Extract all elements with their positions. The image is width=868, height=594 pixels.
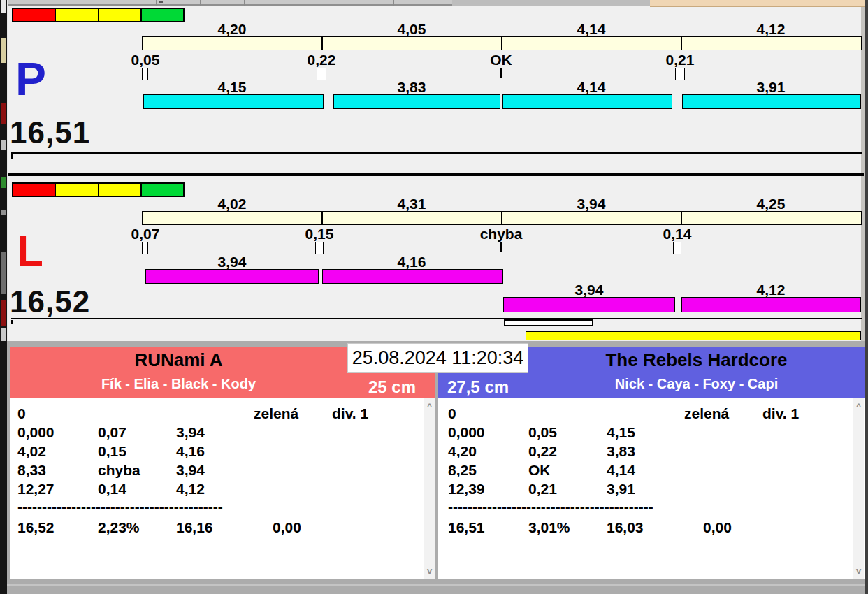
run-cell: 12,39	[448, 481, 485, 496]
total-cell: 0,00	[703, 520, 732, 535]
left-team-results-list[interactable]	[10, 398, 435, 579]
lane-p-dog-value: 3,91	[681, 80, 861, 94]
lane-l-dog-bar	[503, 297, 675, 312]
lane-l-leg-bar	[142, 211, 862, 225]
total-cell: 2,23%	[98, 520, 140, 535]
left-team-jump-height: 25 cm	[318, 379, 416, 396]
lane-p-dog-value: 4,15	[142, 80, 322, 94]
light-red-segment	[13, 9, 55, 21]
lane-p-dog-value: 4,14	[501, 80, 681, 94]
left-team-name: RUNami A	[10, 351, 347, 369]
cross-tick-box	[675, 68, 685, 80]
header-strip-divider	[68, 0, 68, 6]
lane-l-dog-bar	[322, 269, 503, 284]
right-status-division: div. 1	[762, 406, 799, 421]
traffic-light-lane-p	[12, 8, 185, 22]
separator-dashes: ----------------------------------------…	[448, 499, 653, 514]
lane-l-leg-value: 4,31	[321, 196, 502, 211]
run-cell: 8,33	[17, 463, 46, 477]
lane-p-leg-bar	[142, 36, 862, 50]
sliver-fleck	[1, 300, 6, 326]
light-green-segment	[140, 9, 183, 21]
lane-l-dog-value: 3,94	[499, 282, 679, 297]
right-list-scrollbar[interactable]: ^ v	[853, 398, 864, 579]
lane-l-cross-value: 0,15	[284, 226, 354, 241]
scroll-down-icon[interactable]: v	[424, 566, 435, 575]
run-cell: 0,05	[528, 425, 557, 440]
left-team-dogs: Fík - Elia - Black - Kody	[10, 377, 347, 391]
light-yellow2-segment	[98, 9, 140, 21]
lane-p-leg-value: 4,05	[321, 22, 502, 36]
left-list-scrollbar[interactable]: ^ v	[424, 398, 435, 579]
cross-tick-box	[142, 242, 148, 254]
separator-dashes: ----------------------------------------…	[17, 499, 223, 514]
scroll-up-icon[interactable]: ^	[853, 402, 864, 411]
cross-tick-box	[142, 68, 148, 80]
scroll-down-icon[interactable]: v	[853, 566, 864, 575]
baseline-tick	[11, 154, 13, 159]
run-cell: 3,91	[607, 481, 635, 496]
sliver-fleck	[1, 140, 6, 150]
run-cell: 8,25	[448, 463, 477, 477]
scroll-up-icon[interactable]: ^	[424, 402, 435, 411]
left-status-light: zelená	[254, 406, 298, 421]
lane-p-leg-value: 4,12	[681, 22, 861, 36]
lane-p-letter: P	[15, 56, 46, 102]
run-cell: 12,27	[17, 481, 55, 496]
lane-p-cross-value: 0,22	[287, 52, 356, 67]
lane-l-dog-value: 4,12	[681, 282, 861, 297]
lane-p-dog-bar	[502, 94, 672, 109]
run-cell: 0,15	[98, 444, 126, 458]
sliver-fleck	[1, 328, 6, 341]
right-team-results-list[interactable]	[438, 398, 865, 579]
lane-l-dog-bar	[145, 269, 319, 284]
lane-l-leg-value: 4,25	[681, 196, 861, 211]
traffic-light-lane-l	[12, 182, 185, 197]
header-strip-divider	[156, 0, 157, 6]
run-cell: 4,12	[176, 481, 205, 496]
total-cell: 16,16	[176, 520, 213, 535]
sliver-fleck	[1, 38, 6, 63]
lane-l-total-time: 16,52	[10, 287, 90, 317]
lane-p-leg-value: 4,14	[501, 22, 681, 36]
run-cell: 4,20	[448, 444, 477, 458]
left-status-num: 0	[17, 406, 26, 421]
sliver-fleck	[1, 210, 6, 215]
light-green-segment	[140, 184, 183, 196]
leg-bar-divider	[321, 37, 323, 50]
run-cell: OK	[528, 463, 551, 477]
left-status-division: div. 1	[332, 406, 368, 421]
run-cell: 3,94	[176, 463, 205, 477]
lane-p-cross-value: OK	[466, 52, 536, 67]
window-right-edge	[865, 0, 868, 594]
timing-app-window: P 16,51 4,20 4,05 4,14 4,12 0,05 0,22 OK…	[0, 0, 868, 594]
light-red-segment	[13, 184, 55, 196]
baseline-tick	[11, 320, 13, 324]
run-cell: 0,000	[17, 425, 55, 440]
lane-l-dog-value: 4,16	[321, 254, 502, 269]
sliver-fleck	[1, 252, 6, 294]
leg-bar-divider	[681, 37, 682, 50]
total-cell: 16,51	[448, 520, 485, 535]
lane-divider	[8, 173, 864, 176]
right-team-jump-height: 27,5 cm	[447, 379, 509, 396]
lane-p-leg-value: 4,20	[142, 22, 322, 36]
leg-bar-divider	[321, 212, 323, 224]
run-cell: chyba	[98, 463, 140, 477]
total-cell: 3,01%	[528, 520, 570, 535]
lane-l-letter: L	[17, 229, 43, 273]
clipped-header-strip	[8, 0, 650, 6]
right-status-num: 0	[448, 406, 456, 421]
lane-p-baseline	[11, 152, 862, 154]
light-yellow1-segment	[55, 184, 97, 196]
run-cell: 0,14	[98, 481, 126, 496]
lane-p-total-time: 16,51	[10, 117, 90, 148]
lane-l-baseline	[11, 318, 862, 319]
lane-l-leg-value: 3,94	[501, 196, 681, 211]
lane-l-cross-value: 0,07	[110, 226, 180, 241]
run-cell: 4,15	[607, 425, 635, 440]
run-cell: 4,16	[176, 444, 205, 458]
light-yellow2-segment	[98, 184, 140, 196]
run-cell: 3,94	[176, 425, 205, 440]
right-team-dogs: Nick - Caya - Foxy - Capi	[528, 377, 865, 391]
